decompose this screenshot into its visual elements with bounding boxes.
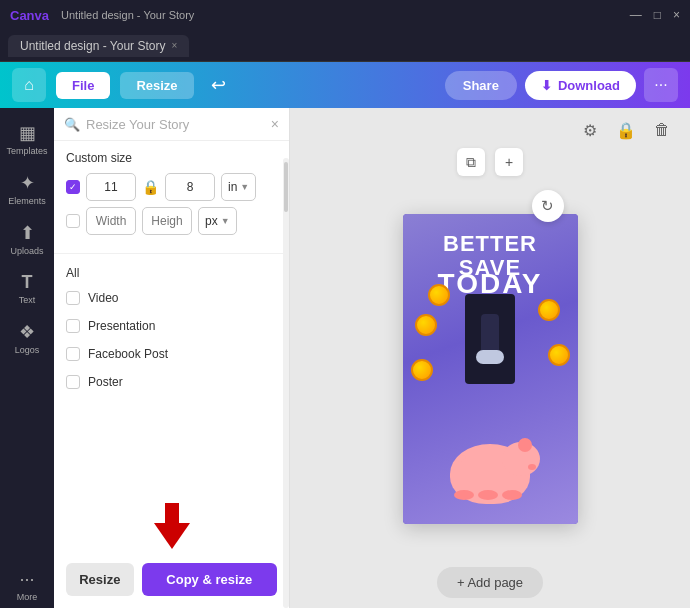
- canvas-toolbar: ⚙ 🔒 🗑: [290, 108, 690, 150]
- height-input[interactable]: [165, 173, 215, 201]
- home-icon: ⌂: [24, 76, 34, 94]
- unit-select[interactable]: in ▼: [221, 173, 256, 201]
- template-item-poster[interactable]: Poster: [66, 368, 277, 396]
- unit-label: in: [228, 180, 237, 194]
- templates-label: Templates: [6, 146, 47, 156]
- template-list: Video Presentation Facebook Post Poster: [54, 284, 289, 493]
- panel-header: 🔍 Resize Your Story ×: [54, 108, 289, 141]
- main-toolbar: ⌂ File Resize ↩ Share ⬇ Download ···: [0, 62, 690, 108]
- share-button[interactable]: Share: [445, 71, 517, 100]
- unit-select-2[interactable]: px ▼: [198, 207, 237, 235]
- tab-close-btn[interactable]: ×: [171, 40, 177, 51]
- all-label: All: [54, 260, 289, 284]
- more-sidebar-icon: ···: [19, 569, 34, 590]
- toolbar-left: ⌂ File Resize ↩: [12, 68, 234, 102]
- text-icon: T: [22, 272, 33, 293]
- download-label: Download: [558, 78, 620, 93]
- canvas-delete-btn[interactable]: 🗑: [648, 116, 676, 144]
- poster-checkbox[interactable]: [66, 375, 80, 389]
- toolbar-right: Share ⬇ Download ···: [445, 68, 678, 102]
- logos-icon: ❖: [19, 321, 35, 343]
- resize-button[interactable]: Resize: [120, 72, 193, 99]
- size-row-1: 🔒 in ▼: [66, 173, 277, 201]
- video-checkbox[interactable]: [66, 291, 80, 305]
- video-label: Video: [88, 291, 118, 305]
- more-options-button[interactable]: ···: [644, 68, 678, 102]
- canvas-tool-2[interactable]: 🔒: [612, 116, 640, 144]
- canvas-area: ⚙ 🔒 🗑 ⧉ + BETTER SAVE TODAY: [290, 108, 690, 608]
- add-page-button[interactable]: + Add page: [437, 567, 543, 598]
- download-button[interactable]: ⬇ Download: [525, 71, 636, 100]
- sidebar-item-uploads[interactable]: ⬆ Uploads: [4, 216, 50, 262]
- canvas-tool-1[interactable]: ⚙: [576, 116, 604, 144]
- coin-4: [411, 359, 433, 381]
- canvas-wrapper: ⧉ + BETTER SAVE TODAY: [403, 150, 578, 557]
- app-logo: Canva: [10, 8, 49, 23]
- lock-icon: 🔒: [142, 179, 159, 195]
- width-input[interactable]: [86, 173, 136, 201]
- search-icon: 🔍: [64, 117, 80, 132]
- copy-canvas-btn[interactable]: ⧉: [457, 148, 485, 176]
- template-item-video[interactable]: Video: [66, 284, 277, 312]
- home-button[interactable]: ⌂: [12, 68, 46, 102]
- tab-title: Untitled design - Your Story: [20, 39, 165, 53]
- panel-scroll-thumb: [284, 162, 288, 212]
- facebook-checkbox[interactable]: [66, 347, 80, 361]
- coin-2: [538, 299, 560, 321]
- active-tab[interactable]: Untitled design - Your Story ×: [8, 35, 189, 57]
- sidebar-item-elements[interactable]: ✦ Elements: [4, 166, 50, 212]
- coin-1: [415, 314, 437, 336]
- refresh-button[interactable]: ↻: [532, 190, 564, 222]
- size-row-2: px ▼: [66, 207, 277, 235]
- coin-3: [548, 344, 570, 366]
- file-button[interactable]: File: [56, 72, 110, 99]
- canvas-actions: ⧉ +: [457, 148, 523, 176]
- maximize-btn[interactable]: □: [654, 8, 661, 22]
- size-checkbox-2[interactable]: [66, 214, 80, 228]
- custom-size-section: Custom size 🔒 in ▼ px ▼: [54, 141, 289, 247]
- more-sidebar-label: More: [17, 592, 38, 602]
- custom-size-label: Custom size: [66, 151, 277, 165]
- minimize-btn[interactable]: —: [630, 8, 642, 22]
- chevron-down-icon: ▼: [240, 182, 249, 192]
- download-icon: ⬇: [541, 78, 552, 93]
- resize-panel: 🔍 Resize Your Story × Custom size 🔒 in ▼: [54, 108, 290, 608]
- poster-label: Poster: [88, 375, 123, 389]
- template-item-facebook[interactable]: Facebook Post: [66, 340, 277, 368]
- size-checkbox-1[interactable]: [66, 180, 80, 194]
- undo-button[interactable]: ↩: [204, 70, 234, 100]
- panel-close-icon[interactable]: ×: [271, 116, 279, 132]
- window-controls[interactable]: — □ ×: [630, 8, 680, 22]
- presentation-checkbox[interactable]: [66, 319, 80, 333]
- divider: [54, 253, 289, 254]
- sidebar-item-more[interactable]: ··· More: [4, 563, 50, 608]
- piggy-ear: [518, 438, 532, 452]
- piggy-bank: [440, 429, 540, 504]
- sidebar-item-logos[interactable]: ❖ Logos: [4, 315, 50, 361]
- red-arrow: [54, 503, 289, 549]
- elements-label: Elements: [8, 196, 46, 206]
- uploads-label: Uploads: [10, 246, 43, 256]
- uploads-icon: ⬆: [20, 222, 35, 244]
- copy-resize-button[interactable]: Copy & resize: [142, 563, 277, 596]
- presentation-label: Presentation: [88, 319, 155, 333]
- width-input-2[interactable]: [86, 207, 136, 235]
- add-canvas-btn[interactable]: +: [495, 148, 523, 176]
- title-bar: Canva Untitled design - Your Story — □ ×: [0, 0, 690, 30]
- sidebar-item-templates[interactable]: ▦ Templates: [4, 116, 50, 162]
- panel-scrollbar: [283, 158, 289, 608]
- close-btn[interactable]: ×: [673, 8, 680, 22]
- resize-action-button[interactable]: Resize: [66, 563, 134, 596]
- chevron-down-icon-2: ▼: [221, 216, 230, 226]
- story-canvas[interactable]: BETTER SAVE TODAY: [403, 214, 578, 524]
- more-icon: ···: [654, 76, 667, 94]
- sidebar-item-text[interactable]: T Text: [4, 266, 50, 311]
- height-input-2[interactable]: [142, 207, 192, 235]
- elements-icon: ✦: [20, 172, 35, 194]
- template-item-presentation[interactable]: Presentation: [66, 312, 277, 340]
- window-title: Untitled design - Your Story: [61, 9, 194, 21]
- action-buttons: Resize Copy & resize: [54, 553, 289, 608]
- undo-icon: ↩: [211, 74, 226, 96]
- coin-5: [428, 284, 450, 306]
- story-content: BETTER SAVE TODAY: [403, 214, 578, 524]
